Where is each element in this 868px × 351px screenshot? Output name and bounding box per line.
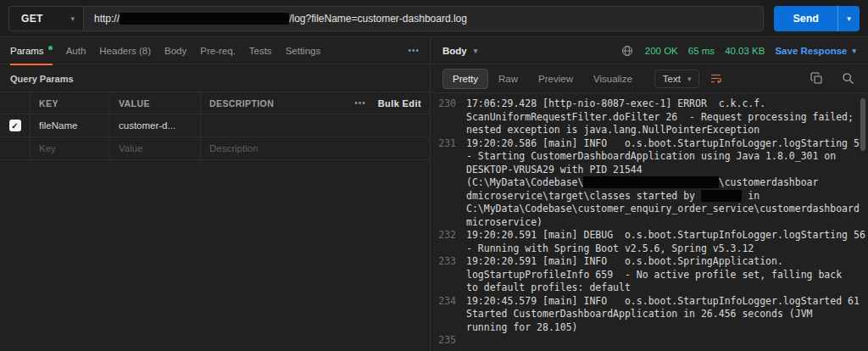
param-key-field[interactable]: fileName [31, 114, 110, 137]
response-panel: Body ▾ 200 OK 65 ms 40.03 KB Save Respon… [431, 37, 868, 351]
line-number [431, 176, 456, 190]
tab-settings[interactable]: Settings [286, 37, 321, 64]
chevron-down-icon: ▾ [852, 47, 856, 55]
log-line-text: 19:20:20.591 [main] DEBUG o.s.boot.Start… [466, 229, 865, 242]
log-line-text: running for 28.105) [466, 321, 578, 335]
param-value-field[interactable]: customer-d... [110, 114, 201, 137]
line-number [431, 321, 456, 335]
line-number [431, 281, 456, 295]
response-meta-bar: Body ▾ 200 OK 65 ms 40.03 KB Save Respon… [431, 37, 868, 64]
response-time: 65 ms [688, 46, 715, 56]
chevron-down-icon: ▾ [847, 14, 851, 23]
send-split-button: Send ▾ [774, 6, 860, 31]
log-line: 23419:20:45.579 [main] INFO o.s.boot.Sta… [431, 295, 868, 309]
table-row-checkbox-cell: ✓ [0, 114, 31, 137]
line-number: 230 [431, 98, 456, 111]
param-description-field[interactable] [201, 114, 430, 137]
save-response-button[interactable]: Save Response ▾ [775, 46, 856, 56]
search-icon [842, 72, 854, 85]
new-param-key-field[interactable]: Key [31, 137, 110, 160]
log-line: DESKTOP-VRUSA29 with PID 21544 [431, 164, 868, 177]
log-line: 23319:20:20.591 [main] INFO o.s.boot.Spr… [431, 255, 868, 269]
api-client-window: GET ▾ http://XXXXXXXXXXXXXXXXXXXXXXXXX/l… [0, 0, 868, 351]
response-view-toolbar: Pretty Raw Preview Visualize Text ▾ [431, 64, 868, 93]
log-line-text: dmicroservice\target\classes started by … [466, 190, 760, 203]
log-line: (C:\MyData\Codebase\XXXXXXXXXXXXXXXXXXXX… [431, 176, 868, 190]
log-line: to default profiles: default [431, 281, 868, 295]
log-line: 235 [431, 334, 868, 348]
chevron-down-icon: ▾ [474, 47, 478, 55]
column-value-header: VALUE [110, 92, 201, 114]
line-number [431, 242, 456, 256]
log-line-text: microservice) [466, 216, 542, 230]
send-button[interactable]: Send [774, 6, 837, 31]
column-description-header: DESCRIPTION ••• Bulk Edit [201, 92, 430, 114]
line-number [431, 150, 456, 164]
log-line: - Running with Spring Boot v2.5.6, Sprin… [431, 242, 868, 256]
tab-pre-request[interactable]: Pre-req. [200, 37, 236, 64]
new-param-value-field[interactable]: Value [110, 137, 201, 160]
log-line: dmicroservice\target\classes started by … [431, 190, 868, 203]
param-enabled-checkbox[interactable]: ✓ [9, 120, 21, 131]
line-number [431, 216, 456, 230]
line-number: 232 [431, 229, 456, 242]
log-line-text: Started CustomerDashboardApplication in … [466, 308, 813, 321]
log-line: 23219:20:20.591 [main] DEBUG o.s.boot.St… [431, 229, 868, 242]
copy-response-button[interactable] [809, 70, 825, 86]
copy-icon [810, 72, 823, 85]
column-key-header: KEY [31, 92, 110, 114]
tab-headers[interactable]: Headers (8) [99, 37, 151, 64]
log-line-text: to default profiles: default [466, 281, 631, 295]
scrollbar-thumb[interactable] [860, 98, 865, 151]
request-tabs: Params Auth Headers (8) Body Pre-req. Te… [0, 37, 430, 64]
format-value: Text [663, 74, 681, 84]
network-info-button[interactable] [620, 43, 635, 58]
tab-params[interactable]: Params [10, 37, 53, 64]
response-body-dropdown[interactable]: Body ▾ [442, 46, 477, 56]
log-line: microservice) [431, 216, 868, 230]
log-line-text: 19:20:20.586 [main] INFO o.s.boot.Startu… [466, 137, 865, 151]
tab-auth[interactable]: Auth [66, 37, 86, 64]
view-tab-visualize[interactable]: Visualize [583, 69, 643, 89]
params-more-icon[interactable]: ••• [354, 98, 366, 108]
url-input[interactable]: http://XXXXXXXXXXXXXXXXXXXXXXXXX/log?fil… [83, 6, 764, 31]
line-number [431, 111, 456, 125]
line-number [431, 124, 456, 137]
wrap-lines-button[interactable] [708, 70, 724, 86]
more-options-icon[interactable]: ••• [408, 46, 420, 55]
line-number [431, 308, 456, 321]
query-params-title: Query Params [0, 64, 430, 92]
bulk-edit-button[interactable]: Bulk Edit [378, 98, 421, 109]
view-tab-raw[interactable]: Raw [488, 69, 528, 89]
search-response-button[interactable] [840, 70, 856, 86]
method-select[interactable]: GET ▾ [8, 6, 83, 31]
wrap-lines-icon [709, 72, 722, 85]
method-value: GET [21, 13, 43, 25]
send-options-button[interactable]: ▾ [837, 6, 860, 31]
log-line: Started CustomerDashboardApplication in … [431, 308, 868, 321]
log-line-text: - Starting CustomerDashboardApplication … [466, 150, 836, 164]
view-tab-preview[interactable]: Preview [528, 69, 583, 89]
tab-body[interactable]: Body [164, 37, 186, 64]
log-line: 23017:06:29.428 [http-nio-8087-exec-1] E… [431, 98, 868, 111]
url-prefix: http:// [94, 13, 120, 25]
url-redaction: XXXXXXXXXXXXXXXXXXXXXXXXX [120, 13, 289, 25]
tab-tests[interactable]: Tests [249, 37, 272, 64]
line-number: 231 [431, 137, 456, 151]
log-line: nested exception is java.lang.NullPointe… [431, 124, 868, 137]
line-number [431, 203, 456, 216]
view-tab-pretty[interactable]: Pretty [442, 69, 488, 89]
new-param-description-field[interactable]: Description [201, 137, 430, 160]
main-split: Params Auth Headers (8) Body Pre-req. Te… [0, 37, 868, 351]
log-line-text: DESKTOP-VRUSA29 with PID 21544 [466, 164, 643, 177]
format-select[interactable]: Text ▾ [654, 70, 700, 88]
log-line-text: ScanUniformRequestFilter.doFilter 26 - R… [466, 111, 854, 125]
log-line-text: nested exception is java.lang.NullPointe… [466, 124, 760, 137]
log-line-text: logStartupProfileInfo 659 - No active pr… [466, 269, 842, 282]
redaction: XXXXXXX [701, 190, 742, 202]
globe-icon [621, 45, 633, 57]
response-log-viewer: 23017:06:29.428 [http-nio-8087-exec-1] E… [431, 93, 868, 351]
log-line-text: 19:20:20.591 [main] INFO o.s.boot.Spring… [466, 255, 783, 269]
log-line-text: 17:06:29.428 [http-nio-8087-exec-1] ERRO… [466, 98, 765, 111]
log-line-text: (C:\MyData\Codebase\XXXXXXXXXXXXXXXXXXXX… [466, 176, 818, 190]
